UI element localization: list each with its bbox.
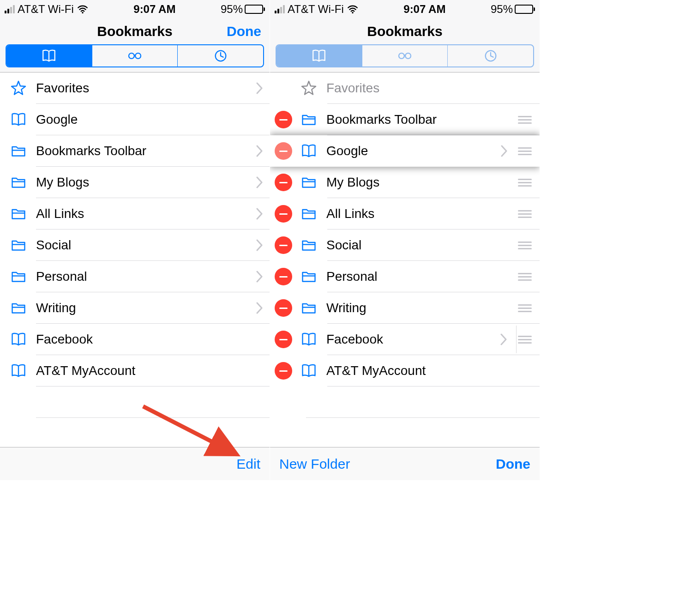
tab-history[interactable] [448,45,533,66]
cell-signal-icon [5,5,15,13]
done-button[interactable]: Done [227,24,261,39]
chevron-right-icon [500,333,514,345]
delete-icon[interactable] [275,142,292,160]
folder-icon [300,205,318,222]
row-social[interactable]: Social [270,229,540,261]
row-personal[interactable]: Personal [270,261,540,292]
row-bookmarks-toolbar[interactable]: Bookmarks Toolbar [270,104,540,135]
folder-icon [9,174,28,191]
drag-handle-icon[interactable] [517,304,540,312]
drag-handle-icon[interactable] [517,336,540,344]
row-label: Facebook [318,332,498,347]
row-label: Favorites [28,81,256,96]
phone-right-edit-mode: AT&T Wi-Fi 9:07 AM 95% Bookmarks Favorit… [270,0,540,480]
empty-row [270,387,540,418]
row-label: All Links [28,206,256,221]
battery-icon [245,5,265,14]
folder-icon [300,237,318,254]
row-facebook[interactable]: Facebook [0,324,270,355]
delete-icon[interactable] [275,174,292,191]
row-bookmarks-toolbar[interactable]: Bookmarks Toolbar [0,135,270,167]
row-facebook[interactable]: Facebook [270,324,540,355]
page-title: Bookmarks [367,24,442,39]
row-writing[interactable]: Writing [270,292,540,324]
row-my-blogs[interactable]: My Blogs [270,167,540,198]
row-att-myaccount[interactable]: AT&T MyAccount [270,355,540,387]
drag-handle-icon[interactable] [517,273,540,281]
row-google-dragging[interactable]: Google [270,135,540,167]
book-icon [9,331,28,348]
carrier-label: AT&T Wi-Fi [288,3,344,16]
row-label: My Blogs [318,175,517,190]
row-att-myaccount[interactable]: AT&T MyAccount [0,355,270,387]
new-folder-button[interactable]: New Folder [279,456,350,472]
row-label: AT&T MyAccount [28,363,270,378]
tab-reading-list[interactable] [92,45,178,66]
drag-handle-icon[interactable] [517,179,540,187]
empty-row [0,387,270,418]
drag-handle-icon[interactable] [517,210,540,218]
toolbar: Edit [0,447,270,480]
delete-icon[interactable] [275,236,292,254]
battery-percent: 95% [221,3,243,16]
delete-icon[interactable] [275,299,292,317]
folder-icon [300,111,318,128]
book-icon [9,362,28,379]
row-all-links[interactable]: All Links [270,198,540,229]
row-label: Google [318,144,498,158]
row-social[interactable]: Social [0,229,270,261]
row-label: Personal [28,269,256,284]
row-label: Facebook [28,332,270,347]
page-title: Bookmarks [97,24,172,39]
segmented-control [276,44,534,67]
drag-handle-icon[interactable] [517,147,540,155]
row-label: Bookmarks Toolbar [28,144,256,158]
chevron-right-icon [256,302,270,314]
tab-bookmarks[interactable] [6,45,92,66]
segmented-control [6,44,264,67]
drag-handle-icon[interactable] [517,242,540,249]
book-icon [300,362,318,379]
star-icon [9,80,28,97]
toolbar: New Folder Done [270,447,540,480]
nav-header: Bookmarks Done [0,18,270,72]
carrier-label: AT&T Wi-Fi [18,3,74,16]
chevron-right-icon [256,208,270,220]
drag-handle-icon[interactable] [517,116,540,124]
delete-icon[interactable] [275,362,292,380]
tab-history[interactable] [178,45,263,66]
delete-icon[interactable] [275,331,292,348]
row-favorites: Favorites [270,72,540,104]
row-label: Writing [318,301,517,315]
folder-icon [300,300,318,316]
row-google[interactable]: Google [0,104,270,135]
wifi-icon [347,3,359,15]
tab-bookmarks[interactable] [276,45,362,66]
delete-icon[interactable] [275,111,292,128]
battery-percent: 95% [491,3,513,16]
row-my-blogs[interactable]: My Blogs [0,167,270,198]
folder-icon [300,268,318,285]
status-bar: AT&T Wi-Fi 9:07 AM 95% [0,0,270,18]
folder-icon [9,143,28,159]
row-personal[interactable]: Personal [0,261,270,292]
folder-icon [9,237,28,254]
chevron-right-icon [256,176,270,188]
row-label: Personal [318,269,517,284]
tab-reading-list[interactable] [362,45,448,66]
wifi-icon [77,3,89,15]
edit-button[interactable]: Edit [236,456,260,472]
chevron-right-icon [256,145,270,157]
row-label: Google [28,112,270,127]
battery-icon [515,5,535,14]
bookmark-list: Favorites Google Bookmarks Toolbar My Bl… [0,72,270,447]
chevron-right-icon [256,239,270,251]
chevron-right-icon [256,82,270,94]
row-all-links[interactable]: All Links [0,198,270,229]
done-button[interactable]: Done [496,456,530,472]
delete-icon[interactable] [275,268,292,285]
row-label: My Blogs [28,175,256,190]
delete-icon[interactable] [275,205,292,223]
row-writing[interactable]: Writing [0,292,270,324]
row-favorites[interactable]: Favorites [0,72,270,104]
